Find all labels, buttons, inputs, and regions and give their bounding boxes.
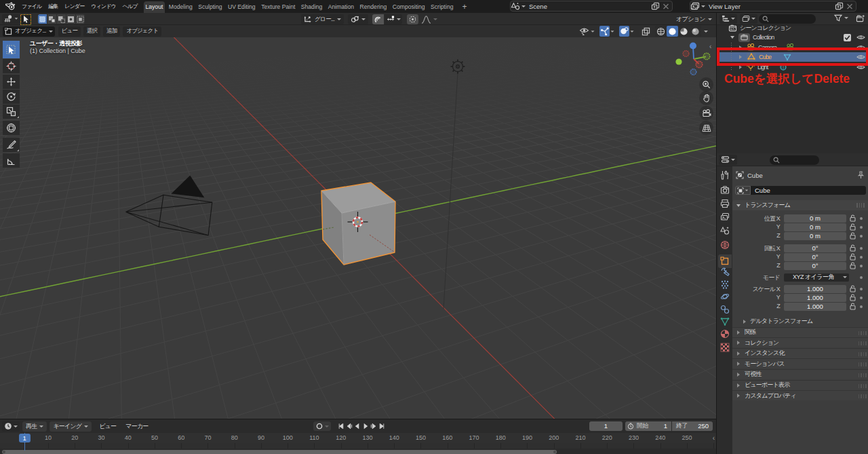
snap-toggle-group[interactable]: [372, 14, 402, 24]
object-name-field[interactable]: Cube: [751, 186, 866, 195]
select-mode-subtract[interactable]: [57, 14, 66, 24]
shading-wireframe-button[interactable]: [655, 26, 667, 37]
panel-drag-dots[interactable]: [859, 362, 867, 366]
panel-drag-dots[interactable]: [859, 331, 867, 335]
animate-dot[interactable]: [860, 235, 863, 238]
collection-checkbox[interactable]: [844, 34, 851, 41]
scale-x-field[interactable]: 1.000: [784, 285, 846, 294]
lock-icon[interactable]: [850, 223, 856, 232]
shading-material-button[interactable]: [678, 26, 690, 37]
timeline-menu-2[interactable]: ビュー: [97, 421, 118, 432]
animate-dot[interactable]: [860, 276, 863, 279]
delta-transform-panel[interactable]: デルタトランスフォーム: [743, 317, 812, 326]
timeline-editor-type-button[interactable]: [2, 421, 20, 432]
outliner-display-mode-button[interactable]: [719, 14, 737, 24]
scene-selector[interactable]: Scene: [510, 1, 673, 12]
transport-prev-keyframe-button[interactable]: [345, 421, 353, 431]
animate-dot[interactable]: [860, 226, 863, 229]
xray-toggle-button[interactable]: [640, 26, 651, 37]
panel-drag-dots[interactable]: [859, 352, 867, 356]
animate-dot[interactable]: [860, 247, 863, 250]
properties-tab-scene[interactable]: [718, 224, 732, 238]
workspace-tab-shading[interactable]: Shading: [299, 1, 324, 13]
scale-y-field[interactable]: 1.000: [784, 294, 846, 303]
properties-tab-particles[interactable]: [718, 278, 732, 291]
outliner-row-collection[interactable]: Collection: [717, 33, 868, 42]
location-z-field[interactable]: 0 m: [784, 232, 846, 241]
editor-type-button[interactable]: [2, 14, 20, 24]
workspace-tab-modeling[interactable]: Modeling: [167, 1, 194, 13]
scrollbar-left-handle[interactable]: [3, 451, 5, 453]
viewport-menu-view[interactable]: ビュー: [58, 26, 81, 37]
menu-render[interactable]: レンダー: [61, 0, 87, 13]
properties-tab-modifiers[interactable]: [718, 265, 732, 278]
expand-arrow[interactable]: [739, 65, 742, 69]
frame-start-field[interactable]: 開始 1: [625, 421, 671, 431]
snap-increment-button[interactable]: [384, 14, 402, 24]
workspace-tab-layout[interactable]: Layout: [144, 1, 165, 13]
unlink-scene-icon[interactable]: [662, 3, 670, 10]
object-visibility-button-caret[interactable]: [591, 31, 594, 33]
add-workspace-button[interactable]: +: [457, 2, 471, 12]
mode-selector[interactable]: オブジェク...: [3, 26, 55, 37]
transport-play-button[interactable]: [361, 421, 370, 431]
panel-4[interactable]: 可視性: [732, 369, 868, 379]
timeline-menu-1[interactable]: キーイング: [50, 421, 92, 432]
zoom-button[interactable]: [699, 77, 713, 92]
tool-measure[interactable]: [3, 153, 20, 168]
panel-drag-dots[interactable]: [856, 203, 866, 208]
auto-keying-button[interactable]: [313, 421, 331, 431]
transform-orientation-group[interactable]: グロー...: [301, 14, 437, 24]
timeline-ruler[interactable]: 1020304050607080901001101201301401501601…: [0, 433, 716, 443]
show-gizmo-button-caret[interactable]: [610, 31, 614, 33]
view-layer-selector[interactable]: View Layer: [690, 1, 856, 12]
show-gizmo-button[interactable]: [599, 26, 610, 37]
shading-rendered-button[interactable]: [690, 26, 701, 37]
panel-drag-dots[interactable]: [859, 384, 867, 388]
properties-tab-data[interactable]: [718, 315, 732, 328]
workspace-tab-uv-editing[interactable]: UV Editing: [226, 1, 258, 13]
pin-icon[interactable]: [857, 171, 865, 181]
scrollbar-right-handle[interactable]: [553, 451, 556, 453]
transport-jump-to-start-button[interactable]: [337, 421, 345, 431]
select-mode-set[interactable]: [38, 14, 47, 24]
properties-tab-render[interactable]: [718, 183, 732, 197]
options-button[interactable]: オプション: [676, 14, 712, 24]
timeline-menu-3[interactable]: マーカー: [123, 421, 150, 432]
outliner-search-input[interactable]: [759, 14, 816, 24]
lock-icon[interactable]: [850, 262, 856, 271]
lock-icon[interactable]: [850, 214, 856, 223]
snap-target-button[interactable]: [348, 14, 368, 24]
location-x-field[interactable]: 0 m: [784, 214, 846, 223]
pan-button[interactable]: [699, 91, 713, 105]
proportional-edit-group[interactable]: [407, 14, 437, 24]
select-mode-intersect[interactable]: [76, 14, 85, 24]
panel-drag-dots[interactable]: [859, 394, 867, 398]
tool-rotate[interactable]: [3, 90, 20, 104]
select-mode-invert[interactable]: [66, 14, 75, 24]
properties-tab-physics[interactable]: [718, 290, 732, 303]
location-y-field[interactable]: 0 m: [784, 223, 846, 232]
show-overlays-button[interactable]: [619, 26, 629, 37]
select-mode-extend[interactable]: [47, 14, 56, 24]
lock-icon[interactable]: [850, 303, 856, 311]
viewport-menu-object[interactable]: オブジェクト: [123, 26, 161, 37]
tool-scale[interactable]: [3, 105, 20, 119]
lock-icon[interactable]: [850, 285, 856, 294]
new-scene-icon[interactable]: [651, 2, 660, 10]
breadcrumb-object-name[interactable]: Cube: [744, 172, 763, 179]
properties-tab-constraints[interactable]: [718, 303, 732, 316]
view-layer-name[interactable]: View Layer: [705, 3, 744, 10]
orientation-label[interactable]: グロー...: [312, 16, 337, 24]
timeline-collapse-arrow[interactable]: ‹: [713, 434, 715, 442]
menu-window[interactable]: ウィンドウ: [87, 0, 119, 13]
shading-solid-button[interactable]: [667, 26, 678, 37]
animate-dot[interactable]: [860, 288, 863, 290]
properties-tab-material[interactable]: [718, 327, 732, 341]
workspace-tab-scripting[interactable]: Scripting: [429, 1, 455, 13]
expand-arrow[interactable]: [730, 36, 734, 39]
shading-dropdown-caret[interactable]: [704, 31, 708, 33]
outliner-filter-button[interactable]: [834, 14, 848, 22]
transform-panel-header[interactable]: トランスフォーム: [732, 200, 868, 210]
timeline-menu-0[interactable]: 再生: [22, 421, 47, 432]
